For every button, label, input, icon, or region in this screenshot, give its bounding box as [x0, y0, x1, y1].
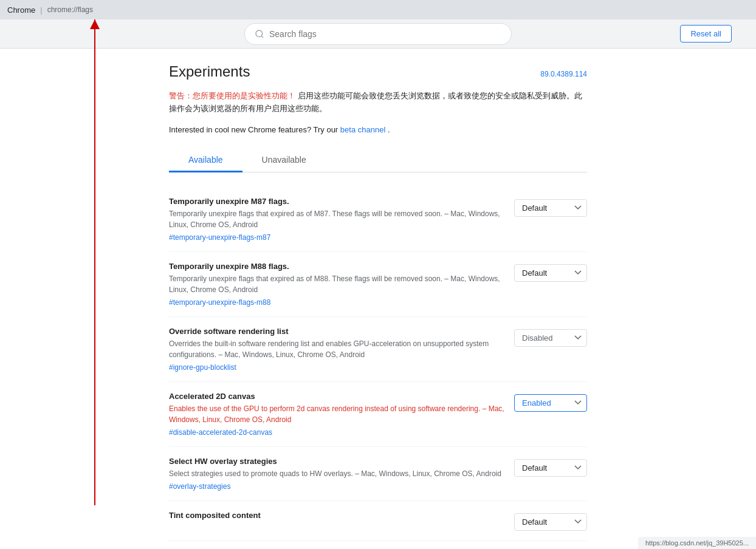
tabs-bar: Available Unavailable [169, 149, 587, 172]
flag-control[interactable]: Default Enabled Disabled [514, 329, 587, 347]
page-header: Experiments 89.0.4389.114 [169, 63, 587, 80]
flag-select[interactable]: Default Enabled Disabled [514, 459, 587, 477]
flag-description: Temporarily unexpire flags that expired … [169, 273, 504, 295]
flag-info: Select HW overlay strategies Select stra… [169, 457, 504, 491]
flag-item: Tint composited content Default Enabled … [169, 501, 587, 541]
flag-title: Tint composited content [169, 511, 504, 520]
interest-prefix: Interested in cool new Chrome features? … [169, 125, 340, 134]
flag-link[interactable]: #disable-accelerated-2d-canvas [169, 428, 272, 437]
flag-control[interactable]: Default Enabled Disabled [514, 394, 587, 412]
flag-info: Override software rendering list Overrid… [169, 327, 504, 372]
page-title: Experiments [169, 63, 250, 80]
warning-block: 警告：您所要使用的是实验性功能！ 启用这些功能可能会致使您丢失浏览数据，或者致使… [169, 90, 587, 115]
flag-description: Enables the use of the GPU to perform 2d… [169, 403, 504, 425]
flag-description: Temporarily unexpire flags that expired … [169, 208, 504, 230]
flag-title: Select HW overlay strategies [169, 457, 504, 466]
flag-title: Temporarily unexpire M88 flags. [169, 262, 504, 271]
flag-link[interactable]: #temporary-unexpire-flags-m87 [169, 233, 270, 242]
flag-title: Accelerated 2D canvas [169, 392, 504, 401]
flag-control[interactable]: Default Enabled Disabled [514, 199, 587, 217]
svg-line-1 [261, 36, 263, 38]
flag-item: Override software rendering list Overrid… [169, 317, 587, 382]
flag-info: Temporarily unexpire M88 flags. Temporar… [169, 262, 504, 307]
flag-select[interactable]: Default Enabled Disabled [514, 199, 587, 217]
flag-control[interactable]: Default Enabled Disabled [514, 264, 587, 282]
reset-all-button[interactable]: Reset all [680, 25, 732, 43]
flag-control[interactable]: Default Enabled Disabled [514, 459, 587, 477]
flag-description: Overrides the built-in software renderin… [169, 338, 504, 360]
beta-channel-link[interactable]: beta channel [340, 125, 385, 134]
search-icon [255, 29, 264, 39]
version-badge: 89.0.4389.114 [540, 70, 587, 78]
flag-select[interactable]: Default Enabled Disabled [514, 264, 587, 282]
toolbar-right: Reset all [680, 25, 732, 43]
toolbar: Reset all [0, 19, 756, 49]
flag-item: Temporarily unexpire M88 flags. Temporar… [169, 252, 587, 317]
flag-info: Temporarily unexpire M87 flags. Temporar… [169, 197, 504, 242]
annotation-arrow [94, 19, 95, 505]
flag-item: Accelerated 2D canvas Enables the use of… [169, 382, 587, 447]
warning-highlight: 警告：您所要使用的是实验性功能！ [169, 91, 295, 100]
main-content: Experiments 89.0.4389.114 警告：您所要使用的是实验性功… [159, 49, 597, 549]
flag-select[interactable]: Default Enabled Disabled [514, 513, 587, 531]
flags-container: Temporarily unexpire M87 flags. Temporar… [169, 187, 587, 541]
svg-point-0 [256, 30, 263, 37]
separator: | [40, 5, 42, 15]
search-input[interactable] [269, 29, 501, 39]
flag-info: Tint composited content [169, 511, 504, 522]
tab-unavailable[interactable]: Unavailable [242, 149, 326, 172]
status-bar: https://blog.csdn.net/jq_39H5025... [638, 537, 756, 549]
flag-description: Select strategies used to promote quads … [169, 468, 504, 479]
status-url: https://blog.csdn.net/jq_39H5025... [645, 539, 749, 547]
flag-link[interactable]: #ignore-gpu-blocklist [169, 363, 236, 372]
interest-line: Interested in cool new Chrome features? … [169, 125, 587, 134]
flag-item: Temporarily unexpire M87 flags. Temporar… [169, 187, 587, 252]
tab-available[interactable]: Available [169, 149, 242, 172]
flag-control[interactable]: Default Enabled Disabled [514, 513, 587, 531]
flag-title: Temporarily unexpire M87 flags. [169, 197, 504, 206]
url-bar-text: chrome://flags [47, 5, 93, 14]
search-bar[interactable] [244, 23, 512, 45]
flag-link[interactable]: #temporary-unexpire-flags-m88 [169, 298, 270, 307]
flag-title: Override software rendering list [169, 327, 504, 336]
flag-link[interactable]: #overlay-strategies [169, 482, 230, 491]
flag-info: Accelerated 2D canvas Enables the use of… [169, 392, 504, 437]
flag-select[interactable]: Default Enabled Disabled [514, 329, 587, 347]
title-bar: Chrome | chrome://flags [0, 0, 756, 19]
interest-suffix: . [388, 125, 390, 134]
flag-item: Select HW overlay strategies Select stra… [169, 447, 587, 501]
flag-select[interactable]: Default Enabled Disabled [514, 394, 587, 412]
tab-title: Chrome [7, 5, 35, 15]
